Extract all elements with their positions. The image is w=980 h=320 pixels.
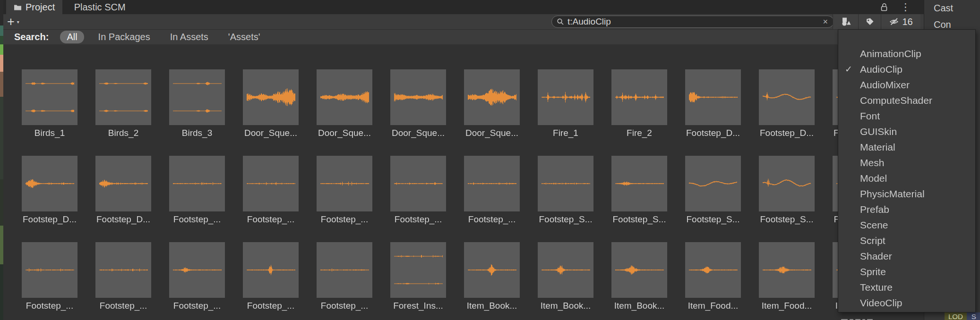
asset-label: Footstep_D... [23,214,77,225]
tag-icon [865,17,875,26]
asset-label: Footstep_D... [96,214,150,225]
asset-tile[interactable]: Item_Food... [685,242,741,311]
type-filter-option[interactable]: AnimationClip [838,46,975,61]
audio-waveform-thumbnail [464,242,520,298]
scope-all[interactable]: All [60,31,84,43]
type-filter-dropdown: AnimationClip ✓ AudioClip AudioMixer Com… [838,29,976,312]
audio-waveform-thumbnail [611,156,667,211]
type-filter-option[interactable]: Font [838,108,975,124]
audio-waveform-thumbnail [169,242,225,298]
audio-waveform-thumbnail [685,69,741,125]
type-filter-option[interactable]: Prefab [838,202,975,217]
asset-tile[interactable]: Footstep_D... [95,156,151,225]
asset-tile[interactable]: Item_Book... [611,242,667,311]
asset-tile[interactable]: Footstep_... [317,156,372,225]
asset-tile[interactable]: Footstep_... [22,242,77,311]
type-filter-option[interactable]: Sprite [838,264,975,279]
type-filter-option[interactable]: Mesh [838,155,975,170]
audio-waveform-thumbnail [759,156,815,211]
asset-tile[interactable]: Footstep_... [464,156,520,225]
asset-tile[interactable]: Door_Sque... [464,69,520,138]
asset-tile[interactable]: Item_Food... [759,242,815,311]
asset-tile[interactable]: Birds_3 [169,69,225,138]
hidden-packages-toggle[interactable]: 16 [881,14,920,29]
asset-label: Door_Sque... [318,128,371,138]
asset-tile[interactable]: Fire_2 [611,69,667,138]
chevron-down-icon: ▾ [17,19,19,25]
kebab-menu-icon[interactable]: ⋮ [901,0,911,14]
search-icon [557,18,564,25]
audio-waveform-thumbnail [538,69,593,125]
audio-waveform-thumbnail [390,69,446,125]
asset-label: Footstep_... [321,301,368,311]
asset-label: Footstep_... [247,301,294,311]
search-by-label-button[interactable] [858,14,881,29]
asset-tile[interactable]: Footstep_... [169,242,225,311]
type-filter-option[interactable]: Model [838,170,975,186]
asset-label: Fire_1 [553,128,578,138]
asset-tile[interactable]: Footstep_... [169,156,225,225]
asset-label: Item_Book... [614,301,665,311]
unlock-icon[interactable] [880,2,888,12]
type-filter-option[interactable]: ✓ AudioClip [838,61,975,77]
asset-label: Footstep_S... [686,214,739,225]
type-filter-option[interactable]: PhysicMaterial [838,186,975,202]
audio-waveform-thumbnail [22,69,77,125]
search-input[interactable]: t:AudioClip × [551,16,834,28]
asset-tile[interactable]: Footstep_D... [22,156,77,225]
asset-tile[interactable]: Footstep_... [95,242,151,311]
scope-in-assets[interactable]: In Assets [170,32,208,42]
type-filter-option[interactable]: ComputeShader [838,93,975,108]
clear-search-icon[interactable]: × [822,17,829,27]
asset-tile[interactable]: Item_Book... [538,242,593,311]
asset-label: Footstep_S... [760,214,813,225]
type-filter-option[interactable]: Texture [838,279,975,295]
audio-waveform-thumbnail [317,242,372,298]
asset-label: Footstep_S... [539,214,592,225]
asset-label: Footstep_... [173,214,221,225]
type-filter-option[interactable]: VideoClip [838,295,975,311]
audio-waveform-thumbnail [685,242,741,298]
search-by-type-button[interactable] [833,14,858,29]
scene-view-edge [0,0,3,320]
asset-label: Footstep_... [468,214,516,225]
asset-tile[interactable]: Door_Sque... [243,69,299,138]
type-filter-option[interactable]: AudioMixer [838,77,975,93]
asset-tile[interactable]: Footstep_... [390,156,446,225]
audio-waveform-thumbnail [243,242,299,298]
tab-project[interactable]: Project [6,0,62,14]
asset-tile[interactable]: Door_Sque... [317,69,372,138]
asset-tile[interactable]: Door_Sque... [390,69,446,138]
audio-waveform-thumbnail [22,156,77,211]
audio-waveform-thumbnail [169,69,225,125]
search-scope-label: Search: [14,32,49,42]
tab-plastic-scm[interactable]: Plastic SCM [68,0,132,15]
audio-waveform-thumbnail [95,242,151,298]
audio-waveform-thumbnail [464,69,520,125]
asset-tile[interactable]: Birds_1 [22,69,77,138]
asset-tile[interactable]: Footstep_S... [611,156,667,225]
type-filter-option[interactable]: Material [838,139,975,155]
asset-tile[interactable]: Footstep_S... [538,156,593,225]
asset-tile[interactable]: Footstep_... [243,242,299,311]
asset-tile[interactable]: Footstep_D... [685,69,741,138]
asset-tile[interactable]: Birds_2 [95,69,151,138]
asset-tile[interactable]: Fire_1 [538,69,593,138]
asset-tile[interactable]: Footstep_... [243,156,299,225]
scope-in-packages[interactable]: In Packages [98,32,150,42]
audio-waveform-thumbnail [390,242,446,298]
add-asset-button[interactable]: + ▾ [7,14,19,29]
type-filter-option[interactable]: Scene [838,217,975,233]
asset-tile[interactable]: Footstep_S... [685,156,741,225]
type-filter-option[interactable]: GUISkin [838,124,975,139]
type-filter-option[interactable]: Script [838,233,975,248]
asset-tile[interactable]: Item_Book... [464,242,520,311]
asset-tile[interactable]: Footstep_S... [759,156,815,225]
asset-tile[interactable]: Footstep_D... [759,69,815,138]
type-filter-option[interactable]: Shader [838,248,975,264]
scope-assets-folder[interactable]: 'Assets' [228,32,260,42]
asset-tile[interactable]: Forest_Ins... [390,242,446,311]
asset-tile[interactable]: Footstep_... [317,242,372,311]
asset-label: Item_Book... [467,301,517,311]
lod-badge-right: S [967,312,980,320]
